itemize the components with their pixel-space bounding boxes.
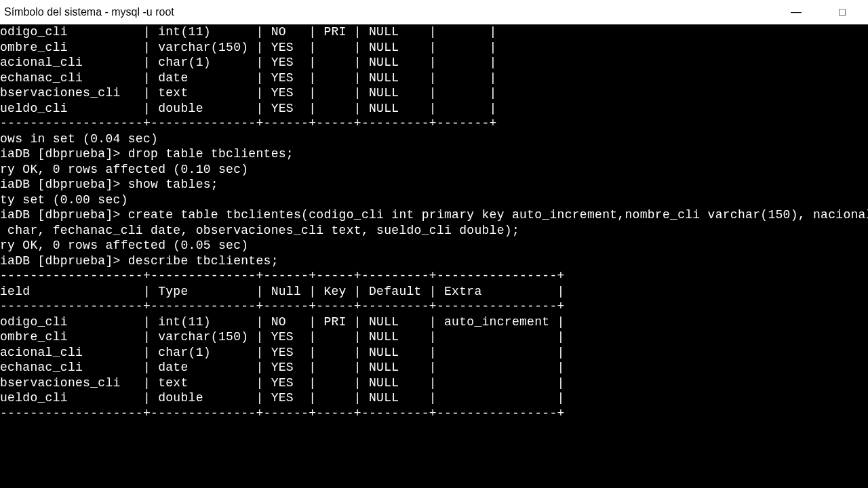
terminal-line: echanac_cli | date | YES | | NULL | |: [0, 70, 868, 86]
window-controls: — □: [783, 5, 864, 20]
terminal-line: iaDB [dbprueba]> describe tbclientes;: [0, 253, 868, 269]
terminal-line: ueldo_cli | double | YES | | NULL | |: [0, 390, 868, 406]
terminal-line: acional_cli | char(1) | YES | | NULL | |: [0, 345, 868, 361]
terminal-line: iaDB [dbprueba]> create table tbclientes…: [0, 207, 868, 223]
maximize-icon[interactable]: □: [829, 5, 856, 20]
terminal-line: ry OK, 0 rows affected (0.10 sec): [0, 162, 868, 178]
terminal-line: -------------------+--------------+-----…: [0, 116, 868, 131]
minimize-icon[interactable]: —: [783, 5, 810, 20]
terminal-line: ombre_cli | varchar(150) | YES | | NULL …: [0, 329, 868, 345]
terminal-line: iaDB [dbprueba]> drop table tbclientes;: [0, 146, 868, 162]
terminal-line: ombre_cli | varchar(150) | YES | | NULL …: [0, 40, 868, 56]
terminal-line: -------------------+--------------+-----…: [0, 299, 868, 314]
terminal-line: ry OK, 0 rows affected (0.05 sec): [0, 238, 868, 253]
terminal-line: ield | Type | Null | Key | Default | Ext…: [0, 284, 868, 300]
terminal-output[interactable]: odigo_cli | int(11) | NO | PRI | NULL | …: [0, 24, 868, 421]
window-titlebar[interactable]: Símbolo del sistema - mysql -u root — □: [0, 0, 868, 24]
terminal-line: bservaciones_cli | text | YES | | NULL |…: [0, 85, 868, 101]
terminal-line: bservaciones_cli | text | YES | | NULL |…: [0, 375, 868, 391]
terminal-line: odigo_cli | int(11) | NO | PRI | NULL | …: [0, 314, 868, 330]
terminal-line: iaDB [dbprueba]> show tables;: [0, 177, 868, 192]
terminal-line: ty set (0.00 sec): [0, 192, 868, 208]
terminal-line: -------------------+--------------+-----…: [0, 406, 868, 422]
terminal-line: ows in set (0.04 sec): [0, 131, 868, 147]
window-title: Símbolo del sistema - mysql -u root: [4, 5, 783, 20]
terminal-line: acional_cli | char(1) | YES | | NULL | |: [0, 55, 868, 70]
terminal-line: ueldo_cli | double | YES | | NULL | |: [0, 101, 868, 117]
terminal-line: char, fechanac_cli date, observaciones_c…: [0, 223, 868, 239]
terminal-line: odigo_cli | int(11) | NO | PRI | NULL | …: [0, 24, 868, 40]
terminal-line: echanac_cli | date | YES | | NULL | |: [0, 360, 868, 375]
terminal-line: -------------------+--------------+-----…: [0, 268, 868, 284]
